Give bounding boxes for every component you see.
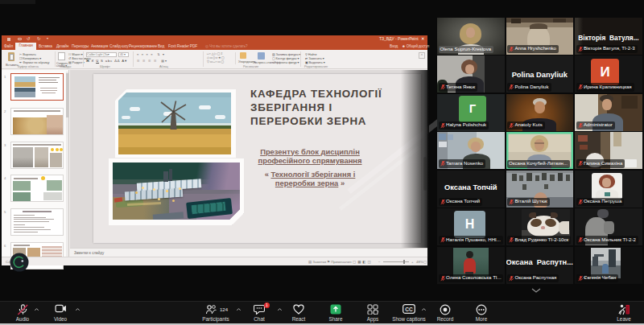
svg-text:CC: CC [405, 306, 413, 312]
